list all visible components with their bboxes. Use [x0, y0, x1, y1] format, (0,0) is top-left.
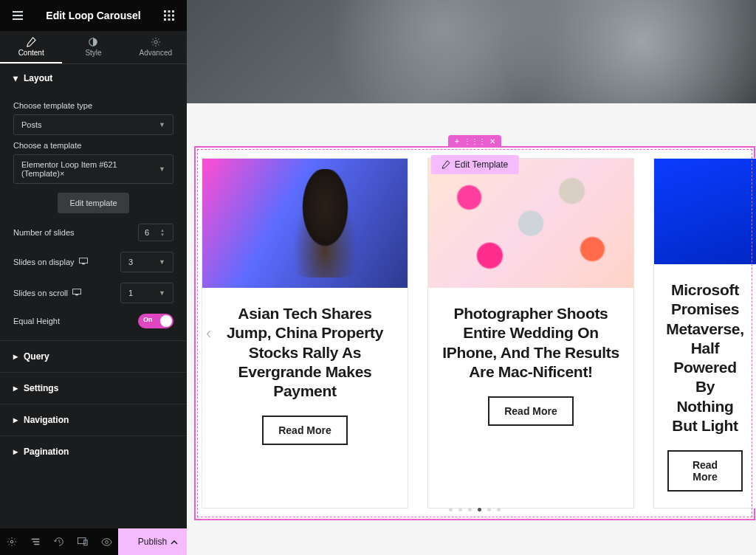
svg-rect-6 [164, 18, 166, 21]
chevron-up-icon [171, 537, 178, 547]
svg-rect-5 [172, 15, 174, 17]
svg-rect-0 [164, 10, 166, 13]
slides-scroll-row: Slides on scroll 1 ▼ [13, 283, 173, 303]
section-title: Navigation [24, 415, 69, 425]
widget-edit-handles: + ⋮⋮⋮ ✕ [448, 135, 501, 148]
svg-rect-7 [168, 18, 171, 21]
section-title: Settings [24, 383, 58, 393]
template-type-label: Choose template type [13, 101, 173, 110]
chevron-down-icon: ▼ [159, 258, 165, 266]
card-image [428, 159, 633, 288]
slides-scroll-label: Slides on scroll [13, 289, 81, 297]
equal-height-row: Equal Height On [13, 314, 173, 328]
drag-handle-icon[interactable]: ⋮⋮⋮ [466, 135, 484, 148]
caret-right-icon: ▸ [13, 383, 18, 393]
section-title: Query [24, 351, 49, 362]
section-layout-header[interactable]: ▾ Layout [0, 64, 187, 92]
svg-rect-8 [172, 18, 174, 21]
preview-canvas: + ⋮⋮⋮ ✕ Edit Template ‹ Asian Tech Share… [187, 0, 756, 555]
pagination-dot[interactable] [497, 508, 501, 511]
svg-rect-11 [79, 258, 87, 263]
select-value: 1 [128, 289, 133, 297]
section-title: Layout [24, 73, 52, 83]
toggle-knob [160, 315, 172, 327]
panel-body: ▾ Layout Choose template type Posts ▼ Ch… [0, 64, 187, 528]
slides-display-row: Slides on display 3 ▼ [13, 252, 173, 272]
pagination-dot[interactable] [487, 508, 491, 511]
caret-right-icon: ▸ [13, 415, 18, 425]
preview-icon[interactable] [94, 528, 118, 555]
svg-rect-3 [164, 15, 166, 17]
pagination-dot[interactable] [458, 508, 462, 511]
panel-title: Edit Loop Carousel [27, 10, 160, 21]
settings-icon[interactable] [0, 528, 24, 555]
svg-point-10 [154, 40, 157, 43]
card-image [202, 159, 408, 288]
svg-rect-2 [172, 10, 174, 13]
sidebar-footer: Publish [0, 528, 187, 555]
editor-tabs: Content Style Advanced [0, 31, 187, 64]
section-settings[interactable]: ▸ Settings [0, 372, 187, 404]
chevron-down-icon: ▼ [159, 289, 165, 297]
input-value: 6 [145, 228, 149, 237]
template-type-select[interactable]: Posts ▼ [13, 114, 173, 135]
section-query[interactable]: ▸ Query [0, 340, 187, 372]
toggle-value: On [143, 316, 153, 323]
pagination-dot[interactable] [468, 508, 472, 511]
carousel-prev-arrow[interactable]: ‹ [206, 324, 211, 343]
carousel-pagination-dots [449, 508, 501, 511]
section-layout-body: Choose template type Posts ▼ Choose a te… [0, 92, 187, 340]
menu-icon[interactable] [9, 7, 27, 24]
num-slides-label: Number of slides [13, 228, 75, 237]
widgets-grid-icon[interactable] [160, 7, 178, 24]
section-title: Pagination [24, 447, 69, 457]
equal-height-label: Equal Height [13, 317, 60, 325]
responsive-icon[interactable] [79, 258, 88, 266]
tab-label: Style [85, 49, 101, 57]
slides-display-select[interactable]: 3 ▼ [120, 252, 173, 272]
responsive-mode-icon[interactable] [71, 528, 94, 555]
number-of-slides-row: Number of slides 6 ▲▼ [13, 224, 173, 241]
svg-rect-16 [78, 538, 86, 544]
history-icon[interactable] [47, 528, 71, 555]
edit-template-pill[interactable]: Edit Template [431, 155, 519, 174]
stepper-arrows-icon: ▲▼ [158, 229, 167, 237]
equal-height-toggle[interactable]: On [138, 314, 173, 328]
slides-scroll-select[interactable]: 1 ▼ [120, 283, 173, 303]
svg-rect-4 [168, 15, 171, 17]
tab-advanced[interactable]: Advanced [125, 31, 187, 63]
section-navigation[interactable]: ▸ Navigation [0, 404, 187, 435]
publish-button[interactable]: Publish [118, 528, 187, 555]
tab-style[interactable]: Style [62, 31, 124, 63]
select-value: 3 [128, 258, 133, 266]
svg-rect-13 [72, 289, 80, 294]
navigator-icon[interactable] [24, 528, 47, 555]
select-value: Posts [21, 120, 42, 129]
pencil-icon [441, 160, 450, 169]
tab-label: Content [18, 49, 44, 57]
choose-template-select[interactable]: Elementor Loop Item #621 (Template)× ▼ [13, 154, 173, 184]
editor-sidebar: Edit Loop Carousel Content Style Advance… [0, 0, 187, 555]
choose-template-label: Choose a template [13, 141, 173, 150]
caret-right-icon: ▸ [13, 351, 18, 362]
tab-content[interactable]: Content [0, 31, 62, 63]
loop-carousel-widget[interactable]: + ⋮⋮⋮ ✕ Edit Template ‹ Asian Tech Share… [194, 146, 755, 520]
select-value: Elementor Loop Item #621 (Template)× [21, 160, 159, 178]
svg-rect-12 [82, 263, 84, 264]
hero-background-image [187, 0, 756, 103]
edit-template-button[interactable]: Edit template [58, 193, 128, 213]
responsive-icon[interactable] [72, 289, 81, 297]
svg-rect-14 [75, 294, 78, 295]
svg-point-18 [105, 540, 108, 543]
svg-point-15 [10, 540, 13, 543]
section-pagination[interactable]: ▸ Pagination [0, 435, 187, 467]
svg-rect-1 [168, 10, 171, 13]
pagination-dot[interactable] [449, 508, 453, 511]
chevron-down-icon: ▼ [159, 121, 165, 128]
tab-label: Advanced [140, 49, 172, 57]
caret-right-icon: ▸ [13, 447, 18, 457]
delete-widget-icon[interactable]: ✕ [484, 135, 501, 148]
num-slides-input[interactable]: 6 ▲▼ [138, 224, 173, 241]
pagination-dot[interactable] [478, 508, 481, 511]
sidebar-header: Edit Loop Carousel [0, 0, 187, 31]
